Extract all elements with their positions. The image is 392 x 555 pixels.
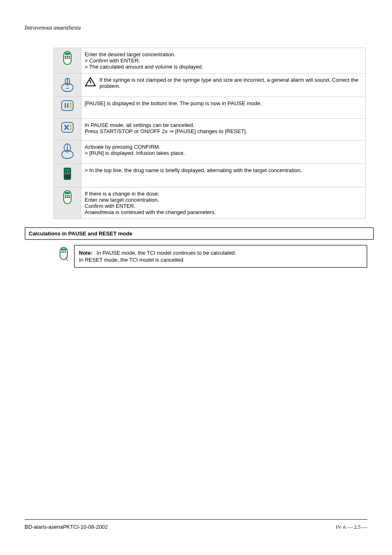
steps-table: Enter the desired target concentration. … <box>53 48 366 219</box>
step-line: Enter new target concentration. <box>85 197 362 203</box>
step-icon-cell <box>54 119 81 140</box>
step-icon-cell <box>54 140 81 164</box>
svg-rect-31 <box>65 195 66 196</box>
step-icon-cell <box>54 164 81 187</box>
svg-rect-39 <box>61 251 62 253</box>
svg-rect-28 <box>69 173 70 175</box>
step-line: If the syringe is not clamped or the syr… <box>99 77 362 89</box>
step-text-cell: If the syringe is not clamped or the syr… <box>81 74 366 97</box>
svg-rect-35 <box>67 197 68 198</box>
step-text-cell: In PAUSE mode, all settings can be cance… <box>81 119 366 140</box>
svg-rect-36 <box>69 197 70 198</box>
step-icon-cell <box>54 187 81 219</box>
step-line: > In the top line, the drug name is brie… <box>85 167 362 173</box>
page-footer: BD-alaris-asenaPKTCI-10-08-2002 IV A — 2… <box>25 519 367 530</box>
note-icon-cell <box>53 245 74 268</box>
step-icon-cell <box>54 48 81 74</box>
svg-rect-25 <box>69 172 70 173</box>
svg-rect-23 <box>65 172 66 173</box>
cancel-icon <box>60 121 74 138</box>
step-line: Enter the desired target concentration. <box>85 51 362 58</box>
svg-rect-40 <box>63 251 65 253</box>
svg-rect-32 <box>67 195 68 196</box>
svg-rect-38 <box>61 249 66 251</box>
svg-rect-24 <box>67 172 68 173</box>
svg-rect-26 <box>65 173 66 175</box>
step-text-cell: Activate by pressing CONFIRM. > [RUN] is… <box>81 140 366 164</box>
remote-icon <box>60 51 74 67</box>
note-line: In PAUSE mode, the TCI model continues t… <box>97 250 236 256</box>
step-line: Press START/STOP or ON/OFF 2x ⇒ [PAUSE] … <box>85 128 362 134</box>
svg-rect-30 <box>65 192 70 194</box>
step-line: In PAUSE mode, all settings can be cance… <box>85 122 362 128</box>
hand-press-icon <box>60 76 74 92</box>
svg-rect-15 <box>62 122 73 132</box>
step-text-cell: If there is a change in the dose: Enter … <box>81 187 366 219</box>
svg-rect-22 <box>65 169 70 171</box>
note-line: In RESET mode, the TCI model is cancelle… <box>79 257 362 263</box>
step-text-cell: > In the top line, the drug name is brie… <box>81 164 366 187</box>
step-line: [PAUSE] is displayed in the bottom line.… <box>85 100 362 106</box>
svg-rect-4 <box>69 56 70 57</box>
step-line: > [RUN] is displayed. Infusion takes pla… <box>85 150 362 156</box>
step-line: Activate by pressing CONFIRM. <box>85 144 362 150</box>
svg-rect-5 <box>65 58 66 59</box>
note-box: Note: In PAUSE mode, the TCI model conti… <box>74 245 367 268</box>
page-section-title: Intravenous anaesthesia <box>25 25 367 31</box>
svg-rect-33 <box>69 195 70 196</box>
remote-dark-icon <box>60 166 74 183</box>
svg-rect-3 <box>67 56 68 57</box>
step-line: > Confirm with ENTER. <box>85 58 362 64</box>
step-line: > The calculated amount and volume is di… <box>85 64 362 70</box>
footer-left: BD-alaris-asenaPKTCI-10-08-2002 <box>25 524 108 530</box>
footer-right: IV A — 2.5 — <box>336 524 367 530</box>
svg-rect-6 <box>67 58 68 59</box>
step-text-cell: Enter the desired target concentration. … <box>81 48 366 74</box>
step-icon-cell <box>54 97 81 119</box>
confirm-icon <box>60 143 74 159</box>
svg-rect-7 <box>69 58 70 59</box>
calc-title-box: Calculations in PAUSE and RESET mode <box>25 227 374 240</box>
step-text-cell: [PAUSE] is displayed in the bottom line.… <box>81 97 366 119</box>
warning-icon <box>85 77 96 88</box>
pause-icon <box>60 99 74 116</box>
svg-rect-1 <box>65 53 70 55</box>
step-icon-cell <box>54 74 81 97</box>
svg-rect-2 <box>65 56 66 57</box>
remote-hand-icon <box>57 246 71 263</box>
svg-rect-27 <box>67 173 68 175</box>
svg-rect-41 <box>65 251 66 253</box>
remote-icon <box>60 190 74 206</box>
note-label: Note: <box>79 250 92 256</box>
svg-rect-34 <box>65 197 66 198</box>
step-line: If there is a change in the dose: <box>85 191 362 197</box>
step-line: Confirm with ENTER. <box>85 203 362 209</box>
step-line: Anaesthesia is continued with the change… <box>85 209 362 215</box>
